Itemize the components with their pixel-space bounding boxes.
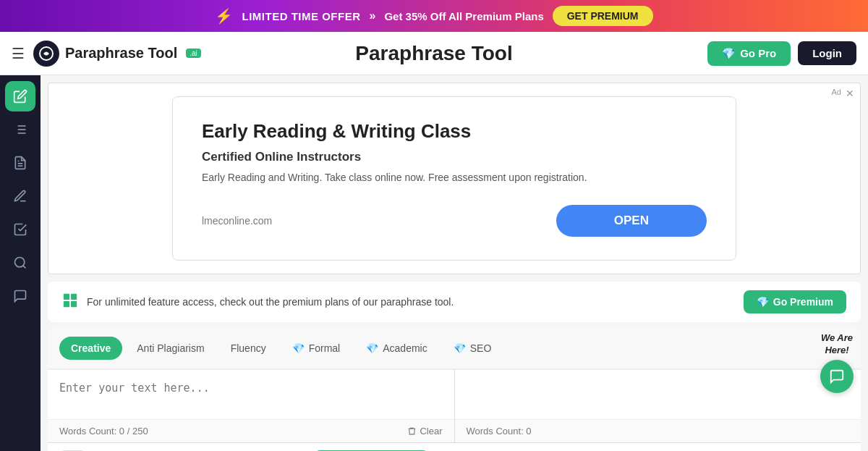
ad-inner: Early Reading & Writing Class Certified … [172, 96, 736, 261]
tab-academic[interactable]: 💎 Academic [354, 337, 438, 360]
tab-anti-plagiarism[interactable]: Anti Plagiarism [125, 337, 216, 360]
tool-area: Creative Anti Plagiarism Fluency 💎 Forma… [48, 328, 861, 442]
sidebar-item-write[interactable] [5, 181, 35, 211]
hamburger-button[interactable]: ☰ [12, 45, 25, 62]
go-premium-label: Go Premium [773, 296, 833, 308]
ad-container: Ad ✕ Early Reading & Writing Class Certi… [48, 83, 861, 274]
diamond-formal-icon: 💎 [292, 342, 305, 354]
svg-rect-13 [64, 300, 69, 306]
svg-rect-12 [71, 293, 77, 299]
logo-icon [33, 41, 59, 67]
lightning-icon: ⚡ [215, 7, 233, 25]
sidebar-item-research[interactable] [5, 248, 35, 278]
editor-right: Words Count: 0 [455, 370, 861, 442]
tab-formal[interactable]: 💎 Formal [281, 337, 352, 360]
tabs-row: Creative Anti Plagiarism Fluency 💎 Forma… [48, 328, 861, 369]
ad-close-button[interactable]: ✕ [846, 88, 854, 99]
clear-label: Clear [420, 426, 442, 437]
diamond-icon: 💎 [722, 47, 736, 60]
ad-open-button[interactable]: OPEN [556, 205, 707, 237]
svg-line-10 [23, 266, 26, 269]
main-layout: Ad ✕ Early Reading & Writing Class Certi… [0, 75, 868, 451]
content-area: Ad ✕ Early Reading & Writing Class Certi… [41, 75, 868, 451]
sidebar-item-paraphrase[interactable] [5, 81, 35, 111]
clear-button[interactable]: Clear [407, 426, 442, 437]
limited-offer-text: LIMITED TIME OFFER [242, 10, 360, 22]
sidebar-item-summarize[interactable] [5, 114, 35, 145]
tab-seo[interactable]: 💎 SEO [442, 337, 503, 360]
sidebar-item-chat[interactable] [5, 281, 35, 311]
diamond-seo-icon: 💎 [454, 342, 466, 354]
svg-point-9 [15, 258, 25, 267]
sidebar [0, 75, 41, 451]
header: ☰ Paraphrase Tool .ai Paraphrase Tool 💎 … [0, 32, 868, 75]
premium-bar-text: For unlimited feature access, check out … [87, 296, 735, 308]
go-pro-label: Go Pro [740, 47, 776, 59]
top-banner: ⚡ LIMITED TIME OFFER » Get 35% Off All P… [0, 0, 868, 32]
login-button[interactable]: Login [798, 41, 856, 65]
ad-domain: lmeconline.com [202, 215, 272, 227]
tab-fluency[interactable]: Fluency [219, 337, 278, 360]
ad-footer: lmeconline.com OPEN [202, 205, 707, 237]
we-are-here-widget: We AreHere! [820, 332, 854, 393]
logo[interactable]: Paraphrase Tool .ai [33, 41, 201, 67]
word-count-left: Words Count: 0 / 250 [59, 426, 148, 437]
ad-headline: Early Reading & Writing Class [202, 120, 707, 143]
tab-creative[interactable]: Creative [59, 337, 122, 360]
go-pro-button[interactable]: 💎 Go Pro [707, 41, 791, 66]
logo-badge: .ai [186, 49, 201, 58]
word-count-right: Words Count: 0 [467, 426, 532, 437]
premium-bar: For unlimited feature access, check out … [48, 282, 861, 322]
we-are-here-text: We AreHere! [820, 332, 854, 357]
editor-left-footer: Words Count: 0 / 250 Clear [48, 419, 454, 442]
editor-right-footer: Words Count: 0 [455, 419, 861, 442]
editor-left: Words Count: 0 / 250 Clear [48, 370, 455, 442]
input-textarea[interactable] [48, 370, 454, 419]
diamond-academic-icon: 💎 [366, 342, 378, 354]
chat-bubble-button[interactable] [820, 360, 854, 393]
ad-label: Ad [832, 88, 841, 96]
arrow-icon: » [369, 9, 375, 22]
get-premium-banner-button[interactable]: GET PREMIUM [553, 6, 653, 26]
logo-text: Paraphrase Tool [65, 45, 177, 62]
go-premium-button[interactable]: 💎 Go Premium [744, 290, 846, 313]
header-actions: 💎 Go Pro Login [707, 41, 856, 66]
promo-text: Get 35% Off All Premium Plans [384, 10, 543, 22]
ad-description: Early Reading and Writing. Take class on… [202, 172, 707, 183]
bottom-toolbar: EN ▾ Paraphrase Export ▾ [48, 442, 861, 451]
svg-rect-14 [71, 300, 77, 306]
svg-rect-11 [64, 293, 69, 299]
premium-bar-icon [62, 292, 78, 312]
editors-row: Words Count: 0 / 250 Clear Words Count: … [48, 369, 861, 442]
output-area [455, 370, 861, 419]
go-premium-diamond-icon: 💎 [757, 296, 769, 308]
page-title: Paraphrase Tool [355, 42, 512, 65]
sidebar-item-check[interactable] [5, 214, 35, 245]
sidebar-item-document[interactable] [5, 148, 35, 178]
ad-subheadline: Certified Online Instructors [202, 150, 707, 164]
